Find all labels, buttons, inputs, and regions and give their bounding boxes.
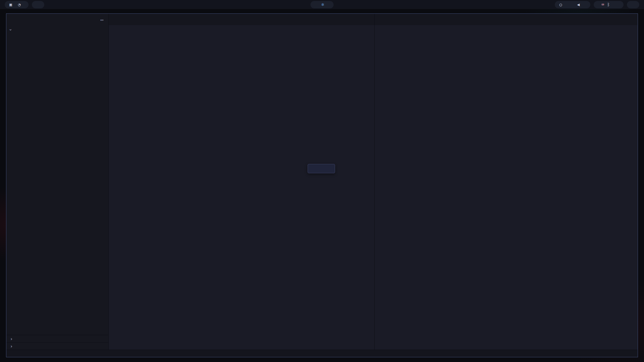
status-bar [6, 350, 638, 357]
breadcrumb-left[interactable] [109, 25, 374, 33]
system-tray-pill[interactable]: ⌨ ᛒ [594, 1, 624, 8]
clock-pill[interactable] [32, 1, 44, 8]
vscode-window: ⋯ › › › [6, 13, 638, 357]
explorer-more-icon[interactable]: ⋯ [100, 17, 104, 23]
desktop-background: ▣ ◔ ❄ ○ ◀ [0, 0, 644, 362]
brightness-icon: ○ [559, 2, 562, 7]
chevron-down-icon: › [8, 27, 13, 32]
editor-group-left [109, 14, 375, 350]
code-editor-configuration-nix[interactable] [375, 33, 613, 350]
editor-group-right [375, 14, 638, 350]
quick-settings-pill[interactable]: ○ ◀ [555, 1, 591, 8]
timeline-section[interactable]: › [6, 342, 108, 350]
minimap-right[interactable] [613, 33, 638, 350]
speaker-muted-icon: ◀ [577, 2, 580, 7]
workspace-title-pill: ❄ [311, 1, 334, 8]
nix-icon: ❄ [322, 2, 324, 7]
window-title: ❄ [322, 2, 329, 7]
tab-bar-right [375, 14, 638, 25]
cpu-icon: ▣ [9, 2, 12, 7]
keyboard-layout-icon: ⌨ [601, 2, 604, 7]
bluetooth-icon: ᛒ [607, 2, 610, 7]
file-tree [6, 34, 108, 335]
explorer-sidebar: ⋯ › › › [6, 14, 109, 350]
chevron-right-icon: › [9, 344, 14, 349]
breadcrumb-right[interactable] [375, 25, 638, 33]
session-pill[interactable] [627, 1, 639, 8]
minimap-left[interactable] [350, 33, 374, 350]
outline-section[interactable]: › [6, 335, 108, 342]
workspace-root-row[interactable]: › [6, 26, 108, 34]
system-stats-pill[interactable]: ▣ ◔ [5, 1, 29, 8]
binds-popup [308, 164, 335, 173]
tab-bar-left [109, 14, 374, 25]
system-status-bar: ▣ ◔ ❄ ○ ◀ [0, 0, 644, 9]
chevron-right-icon: › [9, 336, 14, 342]
code-editor-flake-nix[interactable] [109, 33, 350, 350]
memory-icon: ◔ [18, 2, 21, 7]
